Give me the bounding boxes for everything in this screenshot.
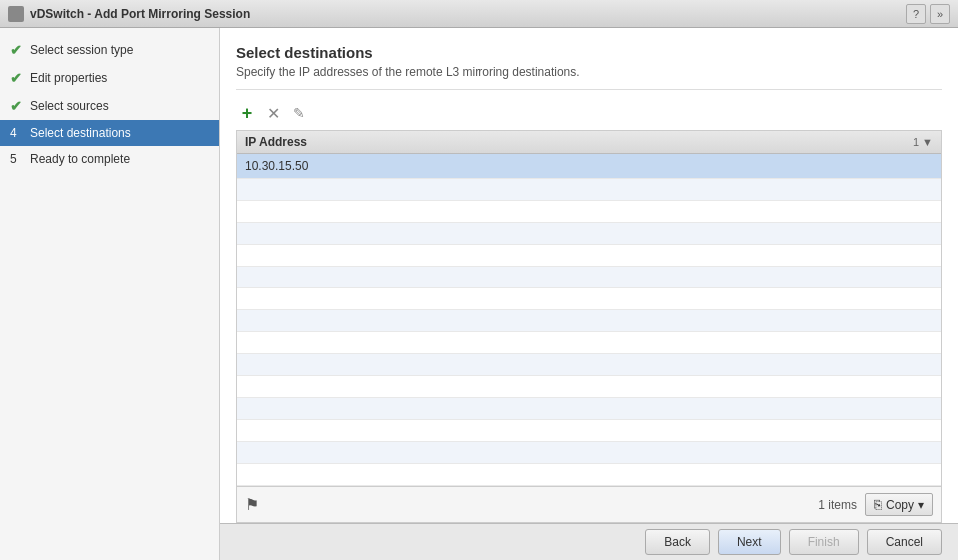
add-button[interactable]: + (236, 102, 258, 124)
empty-row-6 (237, 288, 941, 310)
empty-row-8 (237, 332, 941, 354)
step-num-5: 5 (10, 152, 24, 166)
empty-row-9 (237, 354, 941, 376)
toolbar: + ✕ ✎ (236, 102, 942, 124)
sidebar-label-5: Ready to complete (30, 152, 130, 166)
copy-button[interactable]: ⎘ Copy ▾ (865, 493, 933, 516)
finish-button[interactable]: Finish (789, 529, 859, 555)
check-icon-3: ✔ (10, 98, 24, 114)
check-icon-2: ✔ (10, 70, 24, 86)
copy-icon: ⎘ (874, 497, 882, 512)
step-num-4: 4 (10, 126, 24, 140)
empty-row-7 (237, 310, 941, 332)
title-bar-controls: ? » (906, 4, 950, 24)
table-body: 10.30.15.50 (237, 154, 941, 486)
title-bar: vDSwitch - Add Port Mirroring Session ? … (0, 0, 958, 28)
destinations-table: IP Address 1 ▼ 10.30.15.50 (236, 130, 942, 523)
content-subtitle: Specify the IP addresses of the remote L… (236, 65, 942, 79)
main-container: ✔ Select session type ✔ Edit properties … (0, 28, 958, 560)
app-icon (8, 6, 24, 22)
sidebar-item-2[interactable]: ✔ Edit properties (0, 64, 219, 92)
check-icon-1: ✔ (10, 42, 24, 58)
empty-row-5 (237, 267, 941, 288)
remove-button[interactable]: ✕ (262, 102, 284, 124)
sidebar-label-3: Select sources (30, 99, 109, 113)
table-row[interactable]: 10.30.15.50 (237, 154, 941, 179)
empty-row-2 (237, 201, 941, 223)
empty-row-12 (237, 420, 941, 442)
content-header: Select destinations Specify the IP addre… (236, 44, 942, 90)
empty-row-13 (237, 442, 941, 464)
title-bar-left: vDSwitch - Add Port Mirroring Session (8, 6, 250, 22)
export-icon: ⚑ (245, 495, 259, 514)
ip-address-value: 10.30.15.50 (245, 159, 308, 173)
sidebar-label-4: Select destinations (30, 126, 131, 140)
content-area: Select destinations Specify the IP addre… (220, 28, 958, 523)
sidebar-item-3[interactable]: ✔ Select sources (0, 92, 219, 120)
sidebar-label-1: Select session type (30, 43, 133, 57)
table-footer: ⚑ 1 items ⎘ Copy ▾ (237, 486, 941, 522)
empty-row-4 (237, 245, 941, 267)
content-title: Select destinations (236, 44, 942, 61)
sidebar-label-2: Edit properties (30, 71, 107, 85)
help-button[interactable]: ? (906, 4, 926, 24)
more-button[interactable]: » (930, 4, 950, 24)
back-button[interactable]: Back (645, 529, 710, 555)
cancel-button[interactable]: Cancel (867, 529, 942, 555)
window-title: vDSwitch - Add Port Mirroring Session (30, 7, 250, 21)
next-button[interactable]: Next (718, 529, 781, 555)
edit-button[interactable]: ✎ (288, 102, 310, 124)
items-count: 1 items (818, 498, 857, 512)
copy-label: Copy (886, 498, 914, 512)
table-header: IP Address 1 ▼ (237, 131, 941, 154)
footer-bar: Back Next Finish Cancel (220, 523, 958, 560)
empty-row-11 (237, 398, 941, 420)
ip-address-column-header: IP Address (245, 135, 307, 149)
sidebar-item-4[interactable]: 4 Select destinations (0, 120, 219, 146)
copy-dropdown-icon: ▾ (918, 498, 924, 512)
empty-row-1 (237, 179, 941, 201)
empty-row-3 (237, 223, 941, 245)
column-count: 1 ▼ (913, 136, 933, 148)
empty-row-10 (237, 376, 941, 398)
empty-row-14 (237, 464, 941, 486)
sidebar-item-5[interactable]: 5 Ready to complete (0, 146, 219, 172)
sidebar-item-1[interactable]: ✔ Select session type (0, 36, 219, 64)
sidebar: ✔ Select session type ✔ Edit properties … (0, 28, 220, 560)
